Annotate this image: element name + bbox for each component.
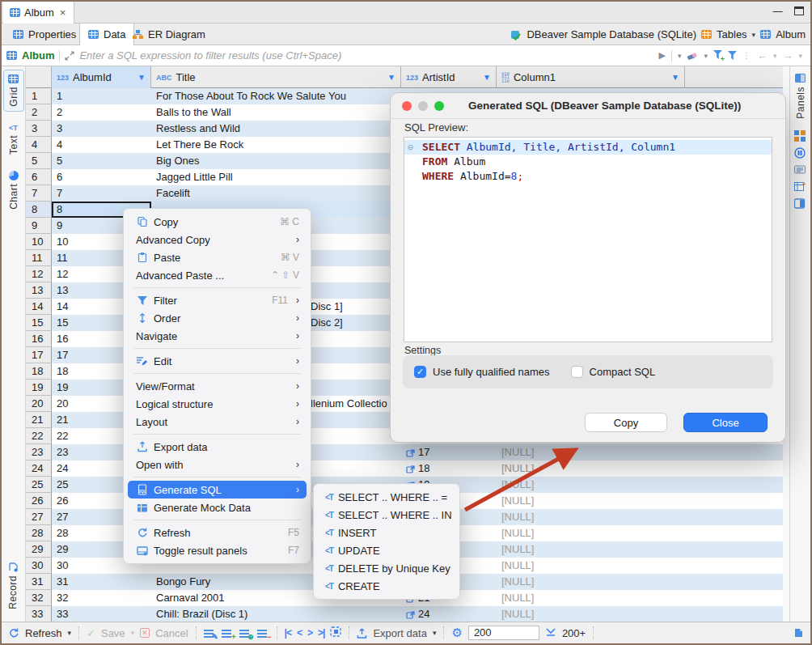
- menu-item-refresh[interactable]: RefreshF5: [128, 524, 307, 541]
- save-filter-icon[interactable]: +: [713, 49, 722, 62]
- expand-icon[interactable]: [65, 51, 74, 61]
- zoom-window-icon[interactable]: [434, 101, 444, 111]
- row-number-cell[interactable]: 1: [26, 88, 52, 104]
- column1-cell[interactable]: [NULL]: [497, 541, 685, 558]
- row-number-cell[interactable]: 26: [26, 493, 52, 509]
- submenu-item-update[interactable]: <TUPDATE: [317, 541, 456, 559]
- artistid-cell[interactable]: 17: [401, 444, 497, 460]
- minimize-window-icon[interactable]: [418, 101, 428, 111]
- delete-row-icon[interactable]: −: [257, 628, 269, 638]
- menu-item-view-format[interactable]: View/Format›: [128, 377, 307, 395]
- row-number-cell[interactable]: 3: [26, 121, 52, 137]
- row-number-cell[interactable]: 31: [26, 574, 52, 590]
- albumid-cell[interactable]: 2: [52, 104, 151, 121]
- breadcrumb-tables[interactable]: Tables: [717, 28, 747, 40]
- close-button[interactable]: Close: [683, 413, 768, 432]
- row-number-cell[interactable]: 33: [26, 606, 52, 622]
- row-number-cell[interactable]: 7: [26, 185, 52, 202]
- tab-properties[interactable]: Properties: [5, 23, 84, 45]
- row-number-cell[interactable]: 14: [26, 299, 52, 315]
- row-number-cell[interactable]: 20: [26, 396, 52, 412]
- filters-menu-icon[interactable]: [728, 51, 737, 60]
- dialog-titlebar[interactable]: Generated SQL (DBeaver Sample Database (…: [391, 93, 785, 119]
- save-button[interactable]: Save: [101, 627, 125, 639]
- row-number-cell[interactable]: 23: [26, 444, 52, 460]
- albumid-cell[interactable]: 31: [52, 574, 151, 590]
- row-number-cell[interactable]: 25: [26, 477, 52, 493]
- column-dropdown-icon[interactable]: ▼: [387, 73, 395, 82]
- filter-input[interactable]: Enter a SQL expression to filter results…: [79, 49, 653, 62]
- column1-cell[interactable]: [NULL]: [497, 493, 685, 509]
- albumid-cell[interactable]: 33: [52, 606, 151, 622]
- column1-cell[interactable]: [NULL]: [497, 590, 685, 606]
- row-number-cell[interactable]: 22: [26, 428, 52, 444]
- back-history-icon[interactable]: ▾: [773, 52, 777, 60]
- references-panel-icon[interactable]: [794, 198, 806, 210]
- column1-cell[interactable]: [NULL]: [497, 525, 685, 541]
- row-number-cell[interactable]: 19: [26, 380, 52, 396]
- column1-cell[interactable]: [NULL]: [497, 574, 685, 590]
- chevron-down-icon[interactable]: ▾: [704, 52, 708, 60]
- submenu-item-select-where[interactable]: <TSELECT .. WHERE .. =: [317, 488, 456, 506]
- fetch-size-input[interactable]: 200: [468, 626, 539, 640]
- row-number-cell[interactable]: 8: [26, 202, 52, 218]
- menu-item-filter[interactable]: FilterF11›: [128, 291, 307, 309]
- albumid-cell[interactable]: 1: [52, 88, 151, 104]
- artistid-cell[interactable]: 18: [401, 460, 497, 477]
- submenu-item-delete-by-unique-key[interactable]: <TDELETE by Unique Key: [317, 559, 456, 577]
- duplicate-row-icon[interactable]: ⊕: [239, 628, 252, 638]
- edit-row-icon[interactable]: ✎: [204, 628, 216, 638]
- row-number-cell[interactable]: 15: [26, 315, 52, 331]
- menu-item-toggle-result-panels[interactable]: Toggle result panelsF7: [128, 541, 307, 559]
- maximize-icon[interactable]: [794, 6, 804, 15]
- column1-cell[interactable]: [NULL]: [497, 509, 685, 525]
- row-number-cell[interactable]: 21: [26, 412, 52, 428]
- column-dropdown-icon[interactable]: ▼: [483, 73, 491, 82]
- row-number-cell[interactable]: 6: [26, 169, 52, 185]
- apply-filter-icon[interactable]: ▶: [658, 50, 665, 61]
- title-cell[interactable]: Chill: Brazil (Disc 1): [151, 606, 401, 622]
- row-number-cell[interactable]: 2: [26, 104, 52, 121]
- eraser-icon[interactable]: [687, 51, 698, 61]
- close-tab-icon[interactable]: ×: [60, 6, 66, 19]
- fetch-page-icon[interactable]: [330, 626, 341, 639]
- first-row-icon[interactable]: |<: [285, 627, 291, 639]
- row-number-cell[interactable]: 11: [26, 250, 52, 266]
- menu-item-open-with[interactable]: Open with›: [128, 456, 307, 473]
- checkbox-unchecked-icon[interactable]: [571, 366, 583, 378]
- add-row-icon[interactable]: +: [222, 628, 234, 638]
- close-window-icon[interactable]: [402, 101, 412, 111]
- gear-icon[interactable]: ⚙: [451, 626, 462, 640]
- row-number-cell[interactable]: 32: [26, 590, 52, 606]
- calc-panel-icon[interactable]: [794, 164, 806, 176]
- back-icon[interactable]: ←: [757, 49, 768, 62]
- filter-history-icon[interactable]: ▾: [678, 52, 682, 60]
- column1-cell[interactable]: [NULL]: [497, 477, 685, 493]
- row-number-cell[interactable]: 12: [26, 266, 52, 282]
- albumid-cell[interactable]: 4: [52, 137, 151, 153]
- menu-item-generate-mock-data[interactable]: Generate Mock Data: [128, 499, 307, 516]
- save-dropdown-icon[interactable]: ▾: [131, 629, 135, 637]
- column1-cell[interactable]: [NULL]: [497, 444, 685, 460]
- row-number-cell[interactable]: 29: [26, 541, 52, 558]
- fetch-all-icon[interactable]: [545, 627, 556, 639]
- tab-album[interactable]: Album ×: [3, 2, 74, 23]
- chart-view-tab[interactable]: Chart: [3, 167, 24, 214]
- title-cell[interactable]: Facelift: [151, 185, 401, 202]
- menu-item-layout[interactable]: Layout›: [128, 413, 307, 431]
- tab-er-diagram[interactable]: ER Diagram: [125, 23, 214, 45]
- menu-item-order[interactable]: Order›: [128, 309, 307, 327]
- forward-history-icon[interactable]: ▾: [798, 52, 802, 60]
- compact-sql-option[interactable]: Compact SQL: [571, 366, 656, 378]
- minimize-icon[interactable]: —: [772, 6, 783, 16]
- row-number-cell[interactable]: 9: [26, 218, 52, 234]
- qualified-names-option[interactable]: ✓ Use fully qualified names: [414, 366, 550, 378]
- foreign-key-link-icon[interactable]: [406, 448, 415, 457]
- albumid-cell[interactable]: 7: [52, 185, 151, 202]
- fold-icon[interactable]: ⊖: [408, 140, 413, 155]
- title-cell[interactable]: Balls to the Wall: [151, 104, 401, 121]
- row-number-cell[interactable]: 24: [26, 460, 52, 477]
- result-info-icon[interactable]: [793, 627, 804, 639]
- row-number-cell[interactable]: 28: [26, 525, 52, 541]
- record-mode-tab[interactable]: Record: [2, 558, 23, 613]
